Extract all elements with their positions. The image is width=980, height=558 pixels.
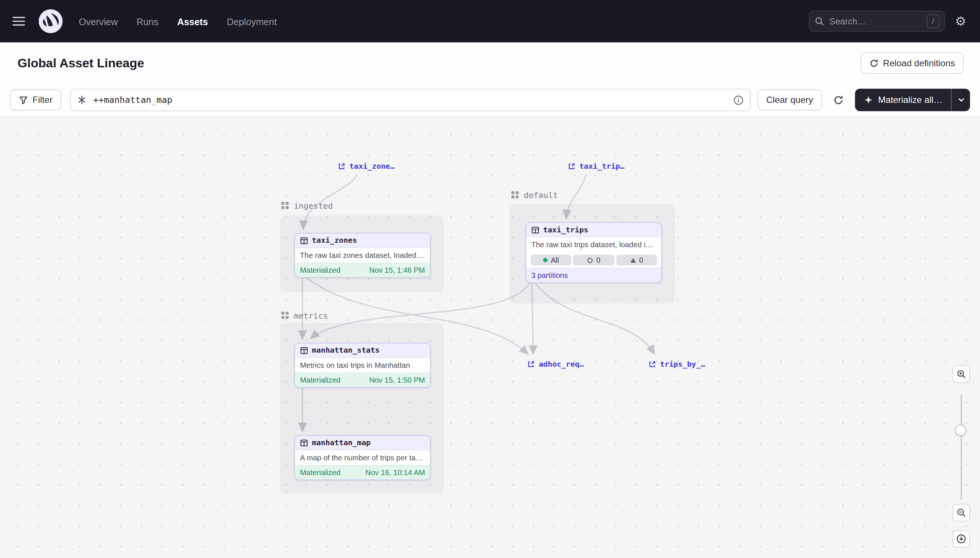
filter-label: Filter [33,95,53,105]
external-link-icon [648,360,656,368]
asset-node-manhattan-map[interactable]: manhattan_map A map of the number of tri… [295,435,431,480]
zoom-slider-track [961,394,962,500]
external-link-icon [527,360,535,368]
asset-description: Metrics on taxi trips in Manhattan [295,358,430,373]
info-icon[interactable] [733,95,744,105]
asset-node-taxi-zones[interactable]: taxi_zones The raw taxi zones dataset, l… [295,233,431,278]
lineage-edges [0,117,980,558]
group-name: ingested [294,201,333,210]
asset-name: taxi_trips [543,225,588,234]
refresh-icon [869,59,878,68]
partition-all-label: All [551,256,559,264]
external-node-trips-by[interactable]: trips_by_… [648,359,705,369]
group-label-metrics[interactable]: metrics [281,310,328,321]
nav-deployment[interactable]: Deployment [227,16,277,27]
nav-overview[interactable]: Overview [79,16,118,27]
asset-name: taxi_zones [312,236,357,245]
zoom-in-icon [956,369,966,379]
group-label-ingested[interactable]: ingested [281,200,333,211]
external-node-taxi-trip[interactable]: taxi_trip… [567,162,624,171]
filter-funnel-icon [19,95,28,104]
page-header: Global Asset Lineage Reload definitions [0,43,980,84]
dagster-logo-icon[interactable] [39,9,63,33]
app-window: Overview Runs Assets Deployment / ⚙ Glob… [0,0,980,558]
lineage-canvas[interactable]: ingested default metrics taxi_zone… [0,116,980,558]
top-nav: Overview Runs Assets Deployment / ⚙ [0,0,980,43]
external-node-label: taxi_zone… [349,162,394,171]
partition-segment-materialized[interactable]: All [531,255,572,266]
recenter-icon [956,534,966,544]
asset-header: manhattan_stats [295,343,430,358]
asset-selection-input-wrapper [70,89,750,112]
zoom-out-button[interactable] [953,504,970,521]
asset-description: The raw taxi trips dataset, loaded into … [526,237,662,252]
search-icon [814,16,824,26]
group-grid-icon [281,201,290,210]
zoom-in-button[interactable] [953,365,970,382]
partition-segment-missing[interactable]: 0 [573,255,614,266]
logo-swirl [39,9,63,33]
warning-triangle-icon [630,257,636,263]
primary-nav: Overview Runs Assets Deployment [79,16,277,27]
asset-graph-icon [77,95,87,105]
reload-definitions-button[interactable]: Reload definitions [860,53,964,74]
table-icon [531,226,539,234]
asset-status-row: Materialized Nov 15, 1:50 PM [295,373,430,387]
search-input[interactable] [828,16,923,27]
partition-missing-count: 0 [596,256,600,264]
search-shortcut-hint: / [927,15,940,28]
group-grid-icon [281,311,290,320]
asset-node-manhattan-stats[interactable]: manhattan_stats Metrics on taxi trips in… [295,343,431,388]
status-badge: Materialized [300,468,340,478]
asset-description: The raw taxi zones dataset, loaded int… [295,248,430,263]
circle-outline-icon [587,257,593,263]
nav-runs[interactable]: Runs [137,16,158,27]
refresh-graph-button[interactable] [830,92,846,108]
materialization-timestamp: Nov 15, 1:46 PM [369,266,425,275]
materialize-split-button: Materialize all… [855,89,970,112]
menu-icon[interactable] [13,13,29,29]
clear-query-label: Clear query [766,95,813,105]
recenter-view-button[interactable] [953,530,970,548]
external-link-icon [567,162,576,170]
table-icon [300,346,308,354]
refresh-icon [833,95,844,105]
group-label-default[interactable]: default [511,189,558,200]
status-badge: Materialized [300,376,340,385]
asset-status-row: Materialized Nov 15, 1:46 PM [295,263,430,277]
materialization-timestamp: Nov 15, 1:50 PM [369,376,425,385]
group-grid-icon [511,190,520,199]
asset-header: taxi_zones [295,233,430,248]
asset-name: manhattan_map [312,438,371,447]
clear-query-button[interactable]: Clear query [758,89,822,110]
global-search[interactable]: / [809,11,945,32]
group-name: metrics [294,311,328,320]
asset-header: manhattan_map [295,436,430,450]
asset-node-taxi-trips[interactable]: taxi_trips The raw taxi trips dataset, l… [525,222,662,283]
filter-button[interactable]: Filter [10,89,61,110]
group-name: default [524,190,558,199]
sparkle-icon [864,95,873,104]
materialize-all-button[interactable]: Materialize all… [855,89,951,112]
partition-failed-count: 0 [639,256,643,264]
nav-assets[interactable]: Assets [177,16,208,27]
asset-selection-input[interactable] [92,94,728,105]
settings-gear-icon[interactable]: ⚙ [954,14,967,29]
asset-header: taxi_trips [526,223,662,237]
status-badge: Materialized [300,266,340,275]
external-node-label: adhoc_req… [539,359,584,369]
partitions-summary[interactable]: 3 partitions [526,268,662,282]
page-title: Global Asset Lineage [17,56,144,70]
table-icon [300,236,308,245]
lineage-toolbar: Filter Clear query [0,84,980,116]
chevron-down-icon [957,96,964,103]
partition-segment-failed[interactable]: 0 [616,255,657,266]
materialize-options-button[interactable] [951,89,970,112]
external-node-adhoc-request[interactable]: adhoc_req… [527,359,584,369]
external-link-icon [338,162,346,170]
zoom-out-icon [956,508,966,518]
zoom-slider-handle[interactable] [955,425,966,436]
partition-health-bar: All 0 0 [526,252,662,268]
external-node-label: taxi_trip… [579,162,624,171]
external-node-taxi-zone[interactable]: taxi_zone… [338,162,394,171]
